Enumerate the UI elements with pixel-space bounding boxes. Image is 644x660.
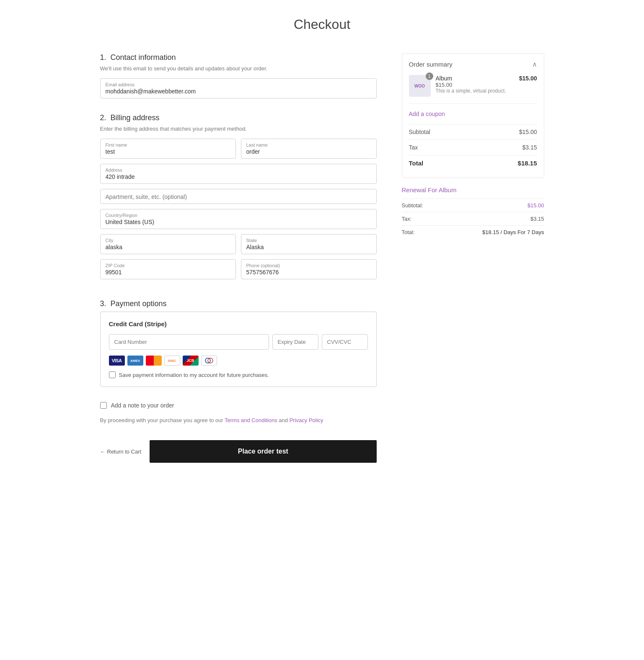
order-summary-header: Order summary ∧ — [409, 60, 537, 68]
renewal-subtotal-value: $15.00 — [528, 202, 544, 209]
address-field: Address — [100, 164, 377, 184]
first-name-input[interactable] — [106, 148, 230, 155]
renewal-title: Renewal For Album — [402, 186, 544, 193]
add-note-row: Add a note to your order — [100, 402, 377, 409]
phone-field: Phone (optional) — [241, 259, 377, 279]
city-label: City — [106, 238, 230, 243]
amex-icon: AMEX — [127, 356, 143, 366]
last-name-input[interactable] — [246, 148, 371, 155]
order-item: WOO 1 Album $15.00 This is a simple, vir… — [409, 75, 537, 104]
page-title: Checkout — [0, 0, 644, 53]
tax-line: Tax $3.15 — [409, 139, 537, 155]
subtotal-label: Subtotal — [409, 129, 430, 135]
last-name-label: Last name — [246, 142, 371, 147]
return-cart-label: Return to Cart — [107, 449, 142, 455]
chevron-up-icon[interactable]: ∧ — [532, 60, 537, 68]
total-line: Total $18.15 — [409, 155, 537, 171]
first-name-label: First name — [106, 142, 230, 147]
order-summary: Order summary ∧ WOO 1 Album $15.00 This … — [402, 53, 544, 178]
renewal-subtotal-label: Subtotal: — [402, 202, 423, 209]
apartment-input[interactable] — [106, 193, 371, 200]
woo-logo-icon: WOO — [414, 84, 425, 88]
place-order-button[interactable]: Place order test — [150, 440, 376, 463]
payment-box: Credit Card (Stripe) VISA AMEX DISC JCB — [100, 312, 377, 387]
email-label: Email address — [106, 82, 371, 87]
renewal-total-line: Total: $18.15 / Days For 7 Days — [402, 225, 544, 239]
order-item-info: Album $15.00 This is a simple, virtual p… — [436, 75, 514, 94]
save-payment-row: Save payment information to my account f… — [109, 371, 368, 378]
tax-value: $3.15 — [522, 144, 537, 151]
country-label: Country/Region — [106, 213, 371, 218]
subtotal-line: Subtotal $15.00 — [409, 124, 537, 139]
card-fields — [109, 334, 368, 350]
billing-section-title: Billing address — [111, 113, 160, 122]
cvv-input[interactable] — [322, 334, 368, 350]
card-icons: VISA AMEX DISC JCB — [109, 356, 368, 366]
order-item-total: $15.00 — [519, 75, 537, 82]
payment-method-title: Credit Card (Stripe) — [109, 320, 368, 327]
order-item-name: Album — [436, 75, 514, 82]
order-item-quantity-badge: 1 — [426, 72, 433, 80]
state-field: State — [241, 234, 377, 254]
zip-field: ZIP Code — [100, 259, 236, 279]
renewal-title-prefix: Renewal For — [402, 186, 437, 193]
renewal-total-label: Total: — [402, 229, 415, 235]
right-column: Order summary ∧ WOO 1 Album $15.00 This … — [402, 53, 544, 480]
zip-input[interactable] — [106, 269, 230, 276]
total-label: Total — [409, 160, 424, 167]
billing-section: 2. Billing address Enter the billing add… — [100, 113, 377, 284]
renewal-tax-line: Tax: $3.15 — [402, 212, 544, 225]
state-label: State — [246, 238, 371, 243]
expiry-date-input[interactable] — [272, 334, 318, 350]
apartment-field — [100, 189, 377, 204]
subtotal-value: $15.00 — [519, 129, 537, 135]
add-coupon-link[interactable]: Add a coupon — [409, 111, 537, 117]
country-field: Country/Region — [100, 209, 377, 229]
renewal-tax-value: $3.15 — [530, 216, 544, 222]
add-note-label: Add a note to your order — [111, 402, 174, 409]
country-input[interactable] — [106, 219, 371, 225]
card-number-input[interactable] — [109, 334, 269, 350]
payment-section-title: Payment options — [111, 299, 167, 308]
terms-link[interactable]: Terms and Conditions — [225, 417, 277, 423]
phone-input[interactable] — [246, 269, 371, 276]
billing-subtitle: Enter the billing address that matches y… — [100, 126, 377, 132]
save-payment-label: Save payment information to my account f… — [119, 372, 269, 378]
payment-section: 3. Payment options Credit Card (Stripe) … — [100, 299, 377, 387]
address-input[interactable] — [106, 173, 371, 180]
mastercard-icon — [146, 356, 162, 366]
return-arrow-icon: ← — [100, 449, 106, 455]
city-field: City — [100, 234, 236, 254]
billing-section-number: 2. — [100, 113, 106, 122]
renewal-total-value: $18.15 / Days For 7 Days — [482, 229, 544, 235]
legal-prefix: By proceeding with your purchase you agr… — [100, 417, 225, 423]
contact-subtitle: We'll use this email to send you details… — [100, 65, 377, 72]
email-field-wrapper: Email address — [100, 78, 377, 98]
jcb-icon: JCB — [183, 356, 199, 366]
discover-icon: DISC — [164, 356, 180, 366]
total-value: $18.15 — [518, 160, 537, 167]
legal-text: By proceeding with your purchase you agr… — [100, 417, 377, 423]
order-summary-title: Order summary — [409, 61, 453, 68]
add-note-checkbox[interactable] — [100, 402, 107, 409]
order-item-price: $15.00 — [436, 82, 514, 88]
payment-section-number: 3. — [100, 299, 106, 308]
email-input[interactable] — [106, 88, 371, 95]
first-name-field: First name — [100, 139, 236, 159]
renewal-section: Renewal For Album Subtotal: $15.00 Tax: … — [402, 186, 544, 239]
last-name-field: Last name — [241, 139, 377, 159]
save-payment-checkbox[interactable] — [109, 371, 116, 378]
address-label: Address — [106, 168, 371, 173]
renewal-subtotal-line: Subtotal: $15.00 — [402, 199, 544, 212]
return-to-cart-link[interactable]: ← Return to Cart — [100, 449, 142, 455]
renewal-title-product: Album — [439, 186, 457, 193]
order-item-image: WOO 1 — [409, 75, 431, 97]
privacy-link[interactable]: Privacy Policy — [290, 417, 323, 423]
city-input[interactable] — [106, 244, 230, 250]
phone-label: Phone (optional) — [246, 263, 371, 268]
visa-icon: VISA — [109, 356, 125, 366]
diners-icon — [201, 356, 217, 366]
tax-label: Tax — [409, 144, 418, 151]
state-input[interactable] — [246, 244, 371, 250]
contact-section-number: 1. — [100, 53, 106, 62]
